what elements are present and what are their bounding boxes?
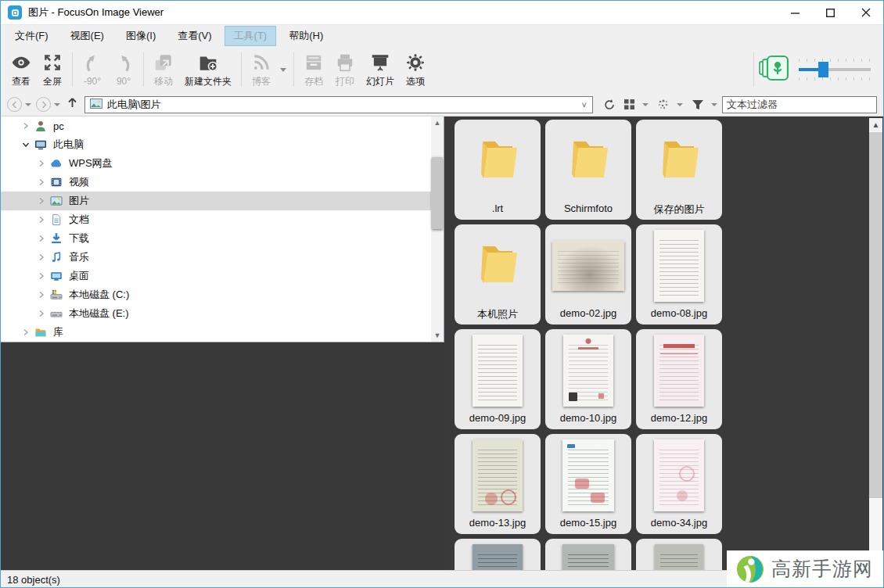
chevron-right-icon[interactable]	[37, 310, 46, 317]
close-button[interactable]	[848, 1, 883, 24]
image-thumbnail	[562, 439, 614, 511]
tree-item-desktop[interactable]: 桌面	[1, 267, 444, 285]
grid-scrollbar-thumb[interactable]	[869, 132, 882, 498]
grid-item-demo-13-jpg[interactable]: demo-13.jpg	[455, 434, 541, 534]
grid-item-folder[interactable]: .lrt	[455, 120, 541, 220]
grid-item-demo-62-jpg[interactable]: demo-62.jpg	[636, 539, 722, 570]
menu-item-3[interactable]: 图像(I)	[117, 26, 165, 46]
forward-history-dropdown[interactable]	[54, 103, 60, 106]
filter-dropdown[interactable]	[711, 103, 717, 106]
scroll-down-icon[interactable]: ▼	[431, 329, 444, 342]
toolbar-button-new-folder[interactable]: 新建文件夹	[179, 48, 237, 91]
sort-dropdown[interactable]	[677, 103, 683, 106]
tree-item-user[interactable]: pc	[1, 117, 444, 135]
toolbar-button-options[interactable]: 选项	[400, 48, 431, 91]
image-thumbnail	[473, 439, 523, 511]
view-mode-dropdown[interactable]	[642, 103, 649, 106]
tree-item-downloads[interactable]: 下载	[1, 229, 444, 248]
toolbar-button-print[interactable]: 打印	[329, 48, 361, 91]
grid-item-demo-08-jpg[interactable]: demo-08.jpg	[636, 224, 722, 324]
grid-item-demo-09-jpg[interactable]: demo-09.jpg	[455, 329, 541, 429]
toolbar-button-blog[interactable]: 博客	[246, 48, 277, 91]
tree-item-pictures[interactable]: 图片	[1, 192, 444, 210]
tree-scrollbar-thumb[interactable]	[432, 157, 443, 229]
tile-thumbnail-zone	[636, 434, 722, 517]
thumbnail-size-slider[interactable]	[799, 56, 871, 83]
thumbnail-grid-panel: .lrtSchirmfoto保存的图片本机照片demo-02.jpgdemo-0…	[445, 117, 883, 570]
refresh-button[interactable]	[603, 99, 616, 111]
toolbar-button-rotate-right[interactable]: 90°	[108, 49, 139, 90]
minimize-button[interactable]	[778, 1, 813, 24]
menu-item-4[interactable]: 查看(V)	[168, 26, 221, 46]
tree-item-video[interactable]: 视频	[1, 173, 444, 192]
chevron-right-icon[interactable]	[37, 272, 46, 280]
grid-item-demo-15-jpg[interactable]: demo-15.jpg	[545, 434, 631, 534]
tree-scrollbar[interactable]: ▲ ▼	[431, 117, 444, 342]
toolbar-button-fullscreen[interactable]: 全屏	[37, 48, 68, 91]
forward-button[interactable]	[36, 97, 51, 112]
view-mode-button[interactable]	[623, 99, 635, 110]
grid-item-folder[interactable]: 本机照片	[455, 224, 541, 324]
toolbar-button-move[interactable]: 移动	[148, 48, 179, 91]
menu-item-1[interactable]: 文件(F)	[5, 26, 58, 46]
toolbar-button-eye[interactable]: 查看	[5, 48, 37, 91]
tile-label: demo-08.jpg	[651, 307, 707, 320]
sort-button[interactable]	[657, 99, 670, 110]
maximize-button[interactable]	[813, 1, 848, 24]
back-history-dropdown[interactable]	[25, 103, 31, 106]
menu-item-5[interactable]: 工具(T)	[225, 26, 277, 46]
grid-item-demo-12-jpg[interactable]: demo-12.jpg	[636, 329, 722, 429]
chevron-right-icon[interactable]	[37, 160, 46, 167]
back-button[interactable]	[7, 97, 22, 112]
tree-item-documents[interactable]: 文档	[1, 210, 444, 229]
grid-item-demo-34-jpg[interactable]: demo-34.jpg	[636, 434, 722, 534]
tree-item-library[interactable]: 库	[1, 323, 444, 342]
user-icon	[34, 120, 48, 132]
chevron-right-icon[interactable]	[37, 178, 46, 186]
chevron-right-icon[interactable]	[37, 253, 46, 261]
chevron-down-icon[interactable]	[21, 141, 31, 149]
menu-item-6[interactable]: 帮助(H)	[279, 26, 332, 46]
tile-label: demo-34.jpg	[651, 517, 707, 529]
grid-item-demo-02-jpg[interactable]: demo-02.jpg	[545, 224, 631, 324]
address-dropdown-icon[interactable]: ˅	[580, 100, 589, 109]
toolbar-button-slideshow[interactable]: 幻灯片	[361, 48, 400, 91]
grid-scrollbar[interactable]: ▲	[869, 118, 882, 570]
filter-button[interactable]	[692, 99, 704, 110]
grid-item-demo-57-jpg[interactable]: demo-57.jpg	[545, 539, 631, 570]
tree-item-label: 本地磁盘 (E:)	[69, 307, 129, 321]
address-bar[interactable]: 此电脑\图片 ˅	[84, 96, 593, 113]
scroll-up-icon[interactable]: ▲	[431, 117, 444, 129]
text-filter-input[interactable]	[722, 96, 877, 113]
chevron-right-icon[interactable]	[21, 122, 31, 130]
menu-item-2[interactable]: 视图(E)	[61, 26, 113, 46]
tree-item-music[interactable]: 音乐	[1, 248, 444, 267]
chevron-down-icon[interactable]	[280, 68, 286, 72]
grid-item-demo-42-jpg[interactable]: demo-42.jpg	[455, 539, 541, 570]
chevron-right-icon[interactable]	[21, 328, 31, 336]
toolbar-button-archive[interactable]: 存档	[298, 48, 329, 91]
tree-item-label: WPS网盘	[69, 156, 113, 170]
tile-label: demo-09.jpg	[469, 412, 526, 425]
grid-item-folder[interactable]: Schirmfoto	[545, 120, 631, 220]
chevron-right-icon[interactable]	[37, 216, 46, 224]
slider-handle[interactable]	[818, 62, 828, 77]
tile-thumbnail-zone	[545, 120, 631, 203]
grid-item-demo-10-jpg[interactable]: demo-10.jpg	[545, 329, 631, 429]
desktop-icon	[50, 270, 63, 282]
up-button[interactable]	[66, 97, 78, 112]
tree-item-cloud[interactable]: WPS网盘	[1, 154, 444, 173]
toolbar-button-rotate-left[interactable]: -90°	[77, 49, 108, 90]
tree-item-computer[interactable]: 此电脑	[1, 135, 444, 154]
tree-item-drive-c[interactable]: 本地磁盘 (C:)	[1, 285, 444, 304]
chevron-right-icon[interactable]	[37, 235, 46, 242]
tree-item-drive-e[interactable]: 本地磁盘 (E:)	[1, 304, 444, 323]
scroll-up-icon[interactable]: ▲	[869, 118, 882, 131]
object-count: 18 object(s)	[7, 574, 60, 586]
chevron-right-icon[interactable]	[37, 291, 46, 299]
new-folder-icon	[198, 52, 218, 74]
video-icon	[50, 176, 63, 188]
grid-item-folder[interactable]: 保存的图片	[636, 120, 722, 220]
menu-bar: 文件(F)视图(E)图像(I)查看(V)工具(T)帮助(H)	[1, 24, 883, 46]
chevron-right-icon[interactable]	[37, 197, 46, 205]
